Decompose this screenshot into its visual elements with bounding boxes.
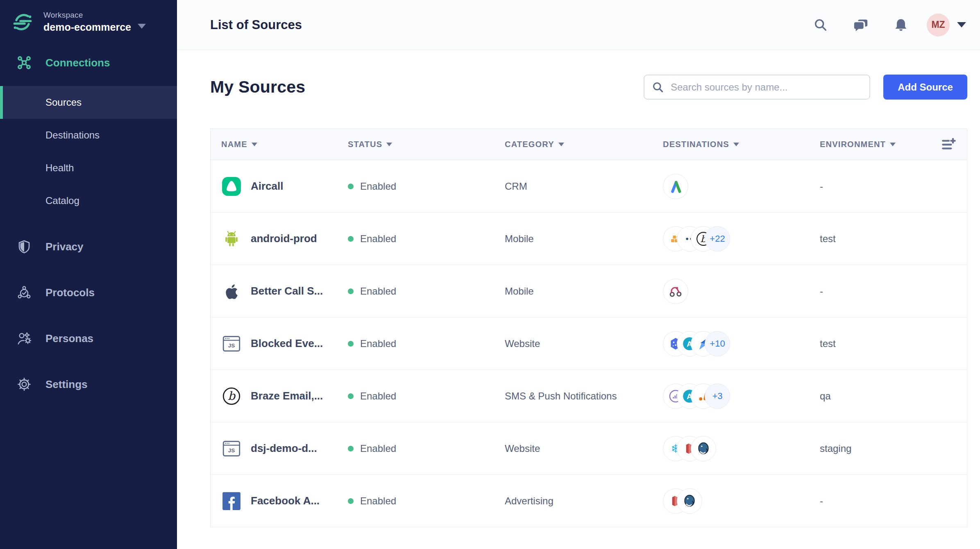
sidebar-item-destinations[interactable]: Destinations: [0, 119, 177, 152]
table-row[interactable]: Aircall Enabled CRM -: [211, 160, 967, 213]
column-header-category[interactable]: CATEGORY: [505, 140, 663, 149]
sources-search-box: [644, 75, 870, 100]
sidebar-item-catalog[interactable]: Catalog: [0, 184, 177, 217]
source-name: android-prod: [251, 232, 317, 245]
category-label: CRM: [505, 181, 663, 192]
table-header-row: NAME STATUS CATEGORY DESTINATIONS ENVIRO…: [211, 129, 967, 160]
category-label: SMS & Push Notifications: [505, 390, 663, 402]
facebook-logo-icon: [221, 491, 242, 511]
aircall-logo-icon: [221, 176, 242, 197]
avatar[interactable]: MZ: [927, 14, 950, 36]
sidebar-item-label: Sources: [45, 97, 82, 108]
sidebar-item-health[interactable]: Health: [0, 152, 177, 184]
chat-icon[interactable]: [853, 17, 869, 33]
table-row[interactable]: JS Blocked Eve... Enabled Website: [211, 318, 967, 370]
sidebar-item-label: Privacy: [45, 240, 84, 253]
table-row[interactable]: Facebook A... Enabled Advertising: [211, 475, 967, 527]
svg-text:JS: JS: [228, 447, 235, 454]
sort-caret-icon: [558, 143, 564, 146]
source-name: Braze Email,...: [251, 390, 323, 402]
search-sources-input[interactable]: [671, 82, 862, 93]
source-name: Blocked Eve...: [251, 337, 323, 350]
sidebar-item-label: Protocols: [45, 286, 95, 299]
workspace-switcher[interactable]: Workspace demo-ecommerce: [0, 0, 177, 41]
sidebar-item-label: Connections: [45, 57, 110, 69]
main-area: List of Sources MZ: [177, 0, 980, 549]
sidebar-item-settings[interactable]: Settings: [0, 368, 177, 401]
status-dot: [348, 393, 354, 399]
svg-text:JS: JS: [228, 343, 235, 349]
column-settings-icon[interactable]: [941, 136, 957, 153]
source-name: dsj-demo-d...: [251, 442, 317, 455]
account-menu-caret-icon[interactable]: [957, 22, 966, 27]
category-label: Website: [505, 338, 663, 349]
status-label: Enabled: [360, 233, 396, 245]
status-label: Enabled: [360, 338, 396, 349]
sidebar: Workspace demo-ecommerce: [0, 0, 177, 549]
destinations-cell: b +22: [663, 226, 820, 252]
sidebar-item-label: Catalog: [45, 195, 79, 206]
sort-caret-icon: [252, 143, 257, 146]
column-header-status[interactable]: STATUS: [348, 140, 505, 149]
app-window: Workspace demo-ecommerce: [0, 0, 980, 549]
bell-icon[interactable]: [893, 17, 909, 33]
category-label: Mobile: [505, 233, 663, 245]
sources-table: NAME STATUS CATEGORY DESTINATIONS ENVIRO…: [210, 129, 967, 527]
category-label: Mobile: [505, 286, 663, 297]
category-label: Website: [505, 443, 663, 454]
table-row[interactable]: b Braze Email,... Enabled SMS & Push Not…: [211, 370, 967, 422]
destination-postgresql-icon: [677, 488, 702, 514]
workspace-label: Workspace: [43, 11, 146, 20]
sidebar-item-label: Health: [45, 162, 74, 174]
status-label: Enabled: [360, 390, 396, 402]
destinations-overflow-badge[interactable]: +3: [705, 383, 730, 409]
environment-label: test: [820, 338, 967, 349]
search-icon[interactable]: [813, 17, 828, 33]
add-source-button[interactable]: Add Source: [883, 75, 967, 100]
sidebar-item-label: Personas: [45, 332, 93, 345]
status-label: Enabled: [360, 443, 396, 454]
column-header-name[interactable]: NAME: [221, 140, 348, 149]
table-row[interactable]: JS dsj-demo-d... Enabled Website ❄: [211, 422, 967, 475]
sidebar-item-label: Settings: [45, 378, 88, 391]
sort-caret-icon: [733, 143, 739, 146]
sidebar-item-connections[interactable]: Connections: [0, 46, 177, 79]
page-title: My Sources: [210, 77, 305, 97]
page-breadcrumb-title: List of Sources: [210, 18, 302, 32]
column-header-destinations[interactable]: DESTINATIONS: [663, 140, 820, 149]
destination-google-adwords-icon: [663, 174, 688, 199]
status-dot: [348, 341, 354, 347]
search-icon: [652, 81, 664, 93]
avatar-initials: MZ: [931, 19, 945, 30]
environment-label: -: [820, 495, 967, 507]
status-label: Enabled: [360, 286, 396, 297]
connections-icon: [17, 55, 32, 70]
svg-text:b: b: [228, 389, 236, 403]
status-dot: [348, 184, 354, 189]
sidebar-item-protocols[interactable]: Protocols: [0, 276, 177, 309]
environment-label: qa: [820, 390, 967, 402]
table-row[interactable]: Better Call S... Enabled Mobile: [211, 265, 967, 318]
destination-postgresql-icon: [691, 436, 716, 461]
sidebar-item-personas[interactable]: Personas: [0, 322, 177, 355]
destinations-overflow-badge[interactable]: +22: [705, 226, 730, 252]
destinations-cell: [663, 174, 820, 199]
environment-label: -: [820, 286, 967, 297]
sidebar-item-label: Destinations: [45, 129, 100, 141]
javascript-website-icon: JS: [221, 333, 242, 354]
sidebar-item-privacy[interactable]: Privacy: [0, 230, 177, 263]
braze-logo-icon: b: [221, 386, 242, 406]
status-dot: [348, 446, 354, 451]
status-dot: [348, 498, 354, 504]
sort-caret-icon: [890, 143, 896, 146]
table-row[interactable]: android-prod Enabled Mobile: [211, 213, 967, 265]
sidebar-item-sources[interactable]: Sources: [0, 86, 177, 119]
content: My Sources Add Source NAME: [177, 50, 980, 549]
environment-label: test: [820, 233, 967, 245]
segment-logo-icon: [12, 12, 33, 32]
status-label: Enabled: [360, 181, 396, 192]
destinations-cell: A +10: [663, 331, 820, 356]
status-dot: [348, 236, 354, 242]
destinations-overflow-badge[interactable]: +10: [705, 331, 730, 356]
gear-icon: [17, 377, 32, 392]
